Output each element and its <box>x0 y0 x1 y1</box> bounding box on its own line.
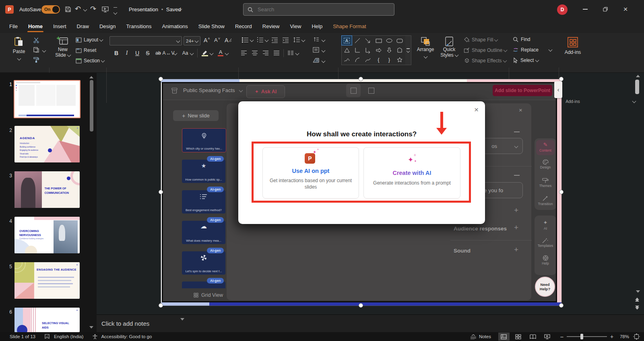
undo-button[interactable]: ↶ <box>75 4 81 13</box>
shape-fill-button[interactable]: Shape Fill <box>464 37 497 43</box>
tab-file[interactable]: File <box>8 19 19 33</box>
panel-scrollbar-thumb[interactable] <box>90 80 93 131</box>
strikethrough-button[interactable]: S <box>142 48 153 58</box>
next-slide-button[interactable] <box>635 306 639 310</box>
align-center-icon[interactable] <box>252 50 258 56</box>
shape-curve[interactable] <box>363 55 373 64</box>
align-left-icon[interactable] <box>241 50 247 56</box>
resize-handle-e[interactable] <box>559 190 564 194</box>
slide-thumbnail-2[interactable]: AGENDA IntroductionBuilding confidence E… <box>14 126 80 162</box>
need-help-bubble[interactable]: Need Help? <box>535 277 555 297</box>
line-spacing-icon[interactable] <box>293 37 300 43</box>
change-case-button[interactable]: Aa <box>180 48 190 58</box>
tab-design[interactable]: Design <box>98 19 117 33</box>
quick-styles-button[interactable]: Quick Styles <box>439 36 460 58</box>
avatar[interactable]: D <box>557 4 568 15</box>
tab-view[interactable]: View <box>288 19 303 33</box>
addins-button[interactable]: Add-ins <box>561 36 584 55</box>
tab-draw[interactable]: Draw <box>75 19 91 33</box>
search-box[interactable] <box>243 3 394 16</box>
font-color-chevron-icon[interactable] <box>225 51 229 55</box>
fit-slide-to-window-icon[interactable] <box>633 333 640 340</box>
restore-button[interactable] <box>597 3 614 15</box>
addin-slide-2[interactable]: ★ How common is public sp... <box>182 160 225 183</box>
slide-thumbnail-5[interactable]: ENGAGING THE AUDIENCE <box>14 262 80 299</box>
shape-elbow-arrow-connector[interactable] <box>363 45 373 55</box>
shape-oval[interactable] <box>384 36 394 45</box>
new-slide-button[interactable]: New Slide <box>52 36 73 58</box>
rail-item-ai[interactable]: ✦ AI <box>535 219 556 230</box>
resize-handle-sw[interactable] <box>159 303 163 308</box>
align-text-button[interactable] <box>312 47 320 53</box>
sound-add-icon[interactable]: + <box>514 245 518 254</box>
slide-thumbnail-1[interactable] <box>14 80 80 118</box>
canvas-scroll-down-icon[interactable] <box>636 290 640 293</box>
slide-thumbnail-4[interactable]: OVERCOMING NERVOUSNESS Confidence buildi… <box>14 217 80 253</box>
tab-insert[interactable]: Insert <box>52 19 68 33</box>
text-direction-button[interactable] <box>312 36 320 43</box>
normal-view-button[interactable] <box>498 333 510 341</box>
paste-button[interactable]: Paste <box>10 36 28 62</box>
shape-textbox[interactable]: A <box>342 36 352 45</box>
slide-thumbnail-3[interactable]: THE POWER OF COMMUNICATION <box>14 171 80 208</box>
document-title[interactable]: Presentation • Saved <box>129 6 181 12</box>
addin-slide-1[interactable]: Which city or country hav... <box>182 128 226 152</box>
rail-item-transition[interactable]: Transition <box>535 195 556 206</box>
panel-close-icon[interactable]: × <box>519 107 522 113</box>
layout-button[interactable]: Layout <box>76 37 103 43</box>
notes-toggle-icon[interactable] <box>470 334 477 339</box>
collapse-ribbon-chevron-icon[interactable] <box>632 99 636 103</box>
audience-responses-add-icon[interactable]: + <box>514 223 518 232</box>
zoom-slider[interactable] <box>567 336 607 337</box>
underline-button[interactable]: U <box>132 48 142 58</box>
shape-rectangle[interactable] <box>374 36 384 45</box>
resize-handle-s[interactable] <box>359 303 363 308</box>
font-color-button[interactable]: A <box>218 50 223 56</box>
bold-button[interactable]: B <box>111 48 122 58</box>
create-with-ai-card[interactable]: ✦ ✧ ✦ Create with AI Generate interactio… <box>363 147 460 199</box>
columns-icon[interactable] <box>287 50 294 56</box>
accessibility-icon[interactable] <box>92 334 98 340</box>
highlight-chevron-icon[interactable] <box>210 51 214 55</box>
shape-arrow-down[interactable] <box>384 45 394 55</box>
increase-indent-icon[interactable] <box>282 37 289 43</box>
addin-slide-4[interactable]: ☁ What does mastery mea... <box>182 221 225 244</box>
shape-line[interactable] <box>352 36 362 45</box>
copy-chevron-icon[interactable] <box>42 49 46 53</box>
spellcheck-icon[interactable] <box>44 334 50 339</box>
collapse-section-icon[interactable] <box>514 131 520 132</box>
reading-view-button[interactable] <box>527 333 539 341</box>
shape-arrow[interactable] <box>363 36 373 45</box>
double-strikethrough-button[interactable]: ab <box>153 48 163 58</box>
smartart-button[interactable] <box>312 57 320 64</box>
resize-handle-ne[interactable] <box>559 77 564 81</box>
notes-placeholder[interactable]: Click to add notes <box>101 320 149 327</box>
addin-slide-5[interactable]: Let's spin to decide next f... <box>182 251 225 275</box>
clear-formatting-button[interactable]: A <box>225 37 232 43</box>
addin-slide-3[interactable]: Best engagement method? <box>182 190 225 214</box>
shape-effects-button[interactable]: Shape Effects <box>464 58 506 64</box>
zoom-in-button[interactable]: + <box>609 333 615 341</box>
notes-pane[interactable]: Click to add notes <box>97 314 644 333</box>
archive-icon[interactable] <box>171 87 178 94</box>
tab-shape-format[interactable]: Shape Format <box>331 19 367 33</box>
resize-handle-se[interactable] <box>559 303 564 308</box>
slide-indicator[interactable]: Slide 1 of 13 <box>10 334 35 339</box>
add-slide-to-powerpoint-button[interactable]: Add slide to PowerPoint <box>493 85 552 96</box>
notes-splitter-icon[interactable] <box>180 318 184 320</box>
align-right-icon[interactable] <box>262 50 269 56</box>
shape-gallery-more-button[interactable] <box>405 35 411 65</box>
resize-handle-w[interactable] <box>159 190 163 194</box>
close-window-button[interactable]: × <box>617 3 634 15</box>
layout-toggle-active[interactable] <box>346 84 361 97</box>
shape-star[interactable] <box>395 55 405 64</box>
font-name-combobox[interactable] <box>109 36 182 45</box>
justify-icon[interactable] <box>273 50 280 56</box>
notes-toggle[interactable]: Notes <box>479 334 491 339</box>
search-input[interactable] <box>257 6 379 13</box>
previous-slide-button[interactable] <box>635 298 639 302</box>
bullets-icon[interactable] <box>242 37 249 43</box>
use-ai-on-ppt-card[interactable]: P ✦ ✧ Use AI on ppt Get interactions bas… <box>262 147 359 199</box>
shape-freeform[interactable] <box>395 45 405 55</box>
canvas-scrollbar-thumb[interactable] <box>635 80 639 94</box>
